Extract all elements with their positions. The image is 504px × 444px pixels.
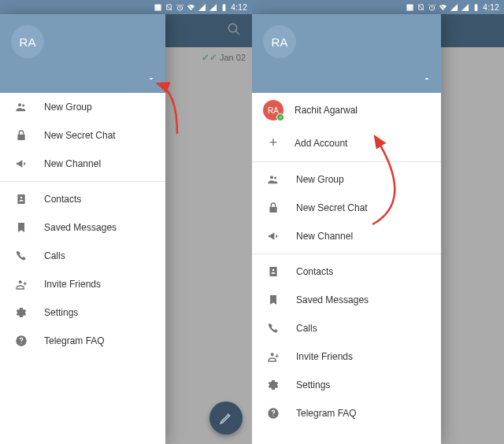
plus-icon: + (263, 135, 284, 151)
phone-icon (266, 322, 280, 335)
menu-label: New Group (44, 102, 151, 113)
menu-settings[interactable]: Settings (0, 298, 165, 327)
gear-icon (266, 379, 280, 391)
signal-icon (198, 3, 206, 12)
menu-label: Telegram FAQ (296, 408, 427, 419)
signal-icon (450, 3, 458, 12)
invite-icon (266, 350, 280, 363)
navigation-drawer: RA New Group New Secret Chat New Channel… (0, 14, 165, 444)
user-avatar[interactable]: RA (263, 25, 296, 58)
svg-rect-7 (17, 135, 24, 140)
menu-new-group[interactable]: New Group (252, 165, 441, 194)
drawer-body: New Group New Secret Chat New Channel Co… (0, 93, 165, 444)
navigation-drawer: RA RA Rachit Agarwal + Add Account New G… (252, 14, 441, 444)
menu-invite-friends[interactable]: Invite Friends (252, 342, 441, 371)
lock-icon (14, 129, 28, 142)
divider (252, 253, 441, 254)
menu-contacts[interactable]: Contacts (252, 257, 441, 286)
menu-label: Telegram FAQ (44, 335, 151, 346)
svg-rect-2 (223, 4, 226, 10)
no-sim-icon (165, 3, 173, 12)
status-bar: 4:12 (252, 0, 504, 14)
svg-rect-3 (224, 3, 225, 4)
status-bar: 4:12 (0, 0, 252, 14)
menu-label: Contacts (44, 194, 151, 205)
menu-label: New Secret Chat (296, 202, 427, 213)
menu-label: New Group (296, 174, 427, 185)
menu-label: Settings (44, 307, 151, 318)
picture-icon (154, 3, 162, 12)
invite-icon (14, 278, 28, 290)
account-current[interactable]: RA Rachit Agarwal (252, 93, 441, 128)
user-avatar[interactable]: RA (11, 25, 44, 58)
megaphone-icon (266, 230, 280, 242)
accounts-toggle-expanded[interactable] (422, 72, 432, 87)
svg-point-22 (271, 353, 274, 356)
menu-faq[interactable]: Telegram FAQ (252, 399, 441, 427)
drawer-header: RA (252, 14, 441, 93)
svg-point-21 (272, 269, 275, 272)
svg-point-12 (20, 343, 21, 344)
menu-label: Calls (44, 250, 151, 261)
signal-icon (461, 3, 469, 12)
contact-icon (266, 265, 280, 278)
signal-icon (209, 3, 217, 12)
svg-rect-19 (269, 207, 276, 213)
screenshot-right: 4:12 RA RA Rachit Agarwal + Add Account (252, 0, 504, 444)
accounts-toggle-collapsed[interactable] (146, 72, 156, 87)
lock-icon (266, 202, 280, 214)
menu-label: New Secret Chat (44, 130, 151, 141)
wifi-off-icon (439, 3, 447, 12)
menu-new-secret-chat[interactable]: New Secret Chat (252, 194, 441, 222)
menu-label: Saved Messages (44, 222, 151, 233)
menu-invite-friends[interactable]: Invite Friends (0, 270, 165, 298)
menu-label: Calls (296, 323, 427, 334)
svg-rect-13 (407, 4, 413, 10)
alarm-icon (176, 3, 184, 12)
svg-point-6 (22, 104, 24, 106)
svg-point-24 (272, 416, 273, 416)
drawer-header: RA (0, 14, 165, 93)
bookmark-icon (14, 221, 28, 234)
add-account[interactable]: + Add Account (252, 128, 441, 158)
menu-label: Invite Friends (44, 279, 151, 290)
svg-point-18 (274, 176, 276, 179)
menu-label: Contacts (296, 266, 427, 277)
compose-fab[interactable] (209, 401, 243, 435)
alarm-icon (428, 3, 436, 12)
megaphone-icon (14, 157, 28, 170)
menu-label: New Channel (296, 231, 427, 242)
menu-saved-messages[interactable]: Saved Messages (0, 213, 165, 242)
contact-icon (14, 193, 28, 205)
menu-new-channel[interactable]: New Channel (252, 222, 441, 250)
account-name: Rachit Agarwal (295, 105, 358, 116)
menu-new-channel[interactable]: New Channel (0, 150, 165, 178)
menu-label: Saved Messages (296, 294, 427, 305)
help-icon (266, 407, 280, 420)
menu-calls[interactable]: Calls (0, 242, 165, 270)
menu-calls[interactable]: Calls (252, 314, 441, 342)
svg-rect-15 (475, 4, 478, 10)
menu-settings[interactable]: Settings (252, 371, 441, 399)
screenshot-left: 4:12 ✓✓ Jan 02 RA New Group New Secret C… (0, 0, 252, 444)
menu-label: Invite Friends (296, 351, 427, 362)
add-account-label: Add Account (295, 138, 347, 149)
no-sim-icon (417, 3, 425, 12)
menu-saved-messages[interactable]: Saved Messages (252, 286, 441, 314)
menu-new-secret-chat[interactable]: New Secret Chat (0, 121, 165, 150)
help-icon (14, 335, 28, 347)
menu-contacts[interactable]: Contacts (0, 185, 165, 213)
menu-label: New Channel (44, 158, 151, 169)
svg-rect-20 (269, 267, 276, 276)
svg-rect-8 (17, 194, 24, 204)
menu-new-group[interactable]: New Group (0, 93, 165, 121)
svg-point-9 (20, 197, 23, 199)
menu-faq[interactable]: Telegram FAQ (0, 327, 165, 355)
divider (252, 161, 441, 162)
svg-point-5 (18, 103, 21, 106)
group-icon (14, 101, 28, 113)
phone-icon (14, 250, 28, 262)
svg-point-17 (270, 176, 273, 179)
svg-rect-16 (476, 3, 477, 4)
active-check-icon (276, 113, 284, 121)
